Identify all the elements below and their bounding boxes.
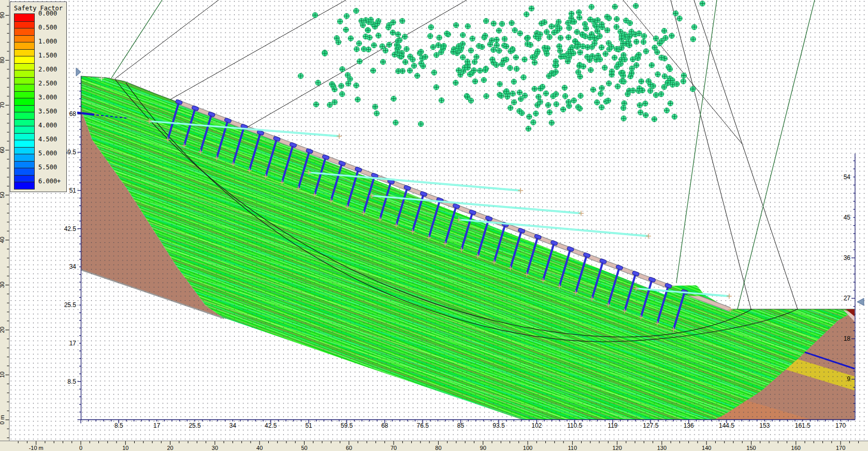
soil-nail xyxy=(657,286,668,323)
nail-head xyxy=(420,191,428,197)
slip-center-marker xyxy=(575,41,581,47)
slip-center-marker xyxy=(439,50,444,55)
slip-center-marker xyxy=(494,62,499,67)
slip-center-marker xyxy=(478,68,483,73)
slip-center-marker xyxy=(599,22,604,27)
legend-color-band xyxy=(15,154,34,161)
slip-center-marker xyxy=(481,77,486,82)
slip-center-marker xyxy=(339,92,344,97)
axis-label: 161.5 xyxy=(795,422,811,429)
axis-label: 8.5 xyxy=(114,422,123,429)
slip-center-marker xyxy=(681,79,686,84)
slip-center-marker xyxy=(677,16,682,21)
axis-label: 68 xyxy=(69,110,77,118)
slip-center-marker xyxy=(313,101,319,107)
slip-center-marker xyxy=(483,67,488,72)
nail-head xyxy=(322,154,330,160)
slip-center-marker xyxy=(428,34,433,39)
slip-center-marker xyxy=(472,79,478,84)
slip-center-marker xyxy=(354,83,359,88)
slip-center-marker xyxy=(619,33,624,38)
slip-center-marker xyxy=(380,43,385,49)
slip-center-marker xyxy=(580,32,585,37)
slip-center-marker xyxy=(509,20,514,25)
slip-center-marker xyxy=(583,26,588,31)
soil-nail xyxy=(674,293,685,329)
slip-center-marker xyxy=(456,43,461,49)
slip-center-marker xyxy=(655,71,660,77)
ruler-label: 0 xyxy=(79,445,82,451)
soil-nail xyxy=(233,127,244,164)
slip-center-marker xyxy=(668,78,673,83)
slip-center-marker xyxy=(553,63,558,68)
slip-center-marker xyxy=(460,32,466,37)
legend-color-band xyxy=(15,63,34,70)
slip-center-marker xyxy=(354,47,359,52)
slip-center-marker xyxy=(575,105,581,110)
soil-nail xyxy=(592,262,603,299)
slip-center-marker xyxy=(339,83,344,89)
soil-nail xyxy=(478,219,489,256)
water-table-left xyxy=(77,113,126,119)
slip-center-marker xyxy=(512,27,517,33)
slip-center-marker xyxy=(453,80,458,85)
slip-center-marker xyxy=(647,88,653,93)
slip-center-marker xyxy=(595,18,600,23)
slip-center-marker xyxy=(569,11,574,16)
slip-center-marker xyxy=(510,91,515,96)
slip-center-marker xyxy=(298,74,303,79)
legend-label: 1.000 xyxy=(38,38,57,45)
slip-center-marker xyxy=(524,11,529,17)
slip-center-marker xyxy=(638,110,643,115)
soil-nail xyxy=(331,164,342,201)
legend-color-band xyxy=(15,112,34,119)
legend-label: 0.000 xyxy=(38,10,57,17)
legend-label: 4.000 xyxy=(38,122,57,129)
slip-center-marker xyxy=(590,87,596,92)
slip-center-marker xyxy=(589,53,595,59)
slip-center-marker xyxy=(508,49,513,54)
slip-center-marker xyxy=(596,53,601,58)
axis-label: 18 xyxy=(844,335,851,342)
ruler-label: 20 xyxy=(167,445,173,451)
slip-center-marker xyxy=(609,69,614,74)
ruler-label: 170 xyxy=(836,445,845,451)
slip-center-marker xyxy=(517,90,522,95)
legend-color-band xyxy=(15,161,34,168)
axis-label: 93.5 xyxy=(493,422,505,429)
slip-center-marker xyxy=(433,84,439,90)
ruler-label: 130 xyxy=(657,445,667,451)
axis-label: 45 xyxy=(844,214,851,221)
slip-center-marker xyxy=(343,27,349,32)
slip-center-marker xyxy=(371,42,377,48)
slip-center-marker xyxy=(532,86,537,91)
slip-center-marker xyxy=(549,24,554,29)
slip-center-marker xyxy=(465,24,470,29)
axis-label: 51 xyxy=(69,187,77,194)
slip-center-marker xyxy=(521,75,526,80)
slip-center-marker xyxy=(361,47,366,52)
slip-center-marker xyxy=(571,98,576,103)
model-overlay-layer: 8.51725.53442.55159.56876.58593.5102110.… xyxy=(0,0,868,451)
slip-center-marker xyxy=(547,110,552,115)
slip-center-marker xyxy=(530,54,535,60)
slip-center-marker xyxy=(637,103,642,108)
slip-center-marker xyxy=(636,52,641,57)
slip-center-marker xyxy=(418,121,423,126)
legend-color-band xyxy=(15,119,34,126)
slip-center-marker xyxy=(606,40,611,46)
slip-center-marker xyxy=(605,98,611,103)
slip-center-marker xyxy=(453,22,458,27)
ruler-label: 160 xyxy=(791,445,801,451)
soil-nail xyxy=(559,250,570,286)
slip-center-marker xyxy=(560,107,566,112)
slip-center-marker xyxy=(375,21,380,26)
ruler-label: 140 xyxy=(702,445,711,451)
axis-label: 34 xyxy=(229,422,237,429)
axis-label: 17 xyxy=(153,422,161,429)
axis-label: 25.5 xyxy=(189,422,201,429)
slip-center-marker xyxy=(421,63,426,68)
slip-center-marker xyxy=(614,46,619,51)
slip-center-marker xyxy=(491,21,496,26)
axis-label: 153 xyxy=(759,422,770,429)
